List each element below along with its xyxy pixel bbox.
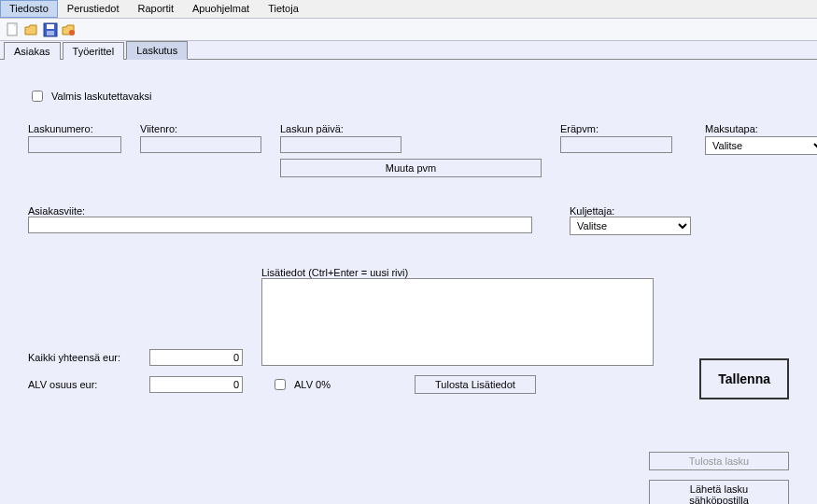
tabstrip: Asiakas Työerittel Laskutus (0, 41, 817, 60)
erapvm-label: Eräpvm: (560, 123, 672, 134)
lisatiedot-label: Lisätiedot (Ctrl+Enter = uusi rivi) (261, 267, 654, 278)
laskunumero-label: Laskunumero: (28, 123, 121, 134)
tulosta-lisatiedot-button[interactable]: Tulosta Lisätiedot (415, 375, 536, 394)
kaikki-input[interactable] (149, 349, 243, 366)
asiakasviite-input[interactable] (28, 217, 532, 233)
svg-rect-2 (47, 24, 54, 29)
menu-raportit[interactable]: Raportit (128, 0, 183, 18)
asiakasviite-label: Asiakasviite: (28, 205, 532, 217)
lisatiedot-textarea[interactable] (261, 278, 654, 366)
muuta-pvm-button[interactable]: Muuta pvm (280, 159, 542, 177)
tulosta-lasku-button[interactable]: Tulosta lasku (649, 452, 789, 470)
viitenro-label: Viitenro: (140, 123, 261, 134)
folder-action-icon[interactable] (62, 22, 77, 37)
tab-asiakas[interactable]: Asiakas (4, 42, 61, 60)
alv0-label: ALV 0% (294, 379, 331, 390)
new-icon[interactable] (6, 22, 21, 37)
kaikki-label: Kaikki yhteensä eur: (28, 352, 120, 363)
maksutapa-label: Maksutapa: (705, 123, 817, 134)
alv-osuus-input[interactable] (149, 376, 243, 393)
svg-point-4 (69, 30, 75, 35)
alv-osuus-label: ALV osuus eur: (28, 379, 97, 390)
menu-perustiedot[interactable]: Perustiedot (58, 0, 129, 18)
laskunpaiva-label: Laskun päivä: (280, 123, 542, 134)
valmis-label: Valmis laskutettavaksi (51, 91, 151, 102)
menubar: Tiedosto Perustiedot Raportit Apuohjelma… (0, 0, 817, 19)
laheta-sahkoposti-button[interactable]: Lähetä lasku sähköpostilla (649, 480, 789, 504)
kuljettaja-label: Kuljettaja: (570, 205, 691, 217)
viitenro-input (140, 136, 261, 153)
menu-tietoja[interactable]: Tietoja (259, 0, 308, 18)
open-icon[interactable] (24, 22, 39, 37)
maksutapa-select[interactable]: Valitse (705, 136, 817, 155)
valmis-checkbox[interactable] (32, 91, 43, 102)
laskunpaiva-input (280, 136, 401, 153)
erapvm-input (560, 136, 672, 153)
toolbar (0, 19, 817, 41)
kuljettaja-select[interactable]: Valitse (570, 217, 691, 235)
menu-tiedosto[interactable]: Tiedosto (0, 0, 58, 18)
tab-tyoerittel[interactable]: Työerittel (63, 42, 125, 60)
menu-apuohjelmat[interactable]: Apuohjelmat (183, 0, 259, 18)
alv0-checkbox[interactable] (275, 379, 286, 390)
tab-laskutus[interactable]: Laskutus (126, 41, 188, 60)
laskunumero-input (28, 136, 121, 153)
form-laskutus: Valmis laskutettavaksi Laskunumero: Viit… (0, 60, 817, 413)
tallenna-button[interactable]: Tallenna (699, 358, 789, 399)
svg-rect-3 (47, 31, 54, 35)
save-icon[interactable] (43, 22, 58, 37)
